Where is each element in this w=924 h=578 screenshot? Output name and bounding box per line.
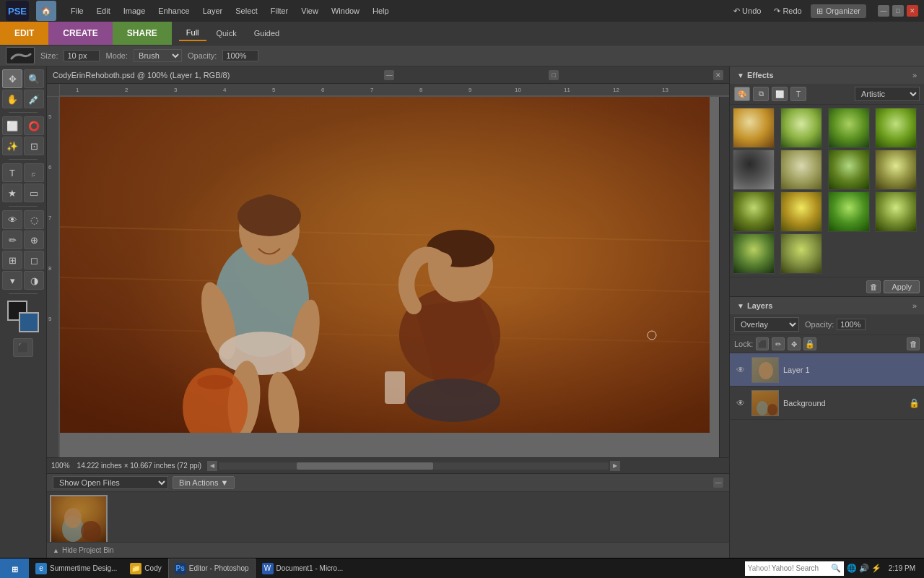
effect-thumb-6[interactable]	[780, 150, 822, 190]
effect-thumb-2[interactable]	[780, 108, 822, 148]
lock-move-button[interactable]: ✥	[788, 337, 801, 350]
background-color[interactable]	[19, 312, 39, 332]
search-icon[interactable]: 🔍	[831, 564, 841, 573]
canvas-close-button[interactable]: ✕	[713, 70, 723, 80]
delete-layer-button[interactable]: 🗑	[907, 337, 920, 350]
magic-wand-tool[interactable]: ✨	[2, 137, 22, 155]
canvas-minimize-button[interactable]: —	[384, 70, 394, 80]
heal-tool[interactable]: ⊞	[2, 251, 22, 269]
transform-tool[interactable]: ⟔	[24, 163, 44, 182]
menu-view[interactable]: View	[295, 4, 324, 18]
bin-thumbnail[interactable]	[50, 495, 108, 544]
move-tool[interactable]: ✥	[2, 69, 22, 88]
brush-tool[interactable]: ✏	[2, 230, 22, 249]
effect-thumb-14[interactable]	[780, 233, 822, 274]
taskbar-item-summertime[interactable]: e Summertime Desig...	[29, 558, 123, 579]
tab-quick[interactable]: Quick	[209, 26, 244, 40]
delete-effect-button[interactable]: 🗑	[866, 280, 881, 293]
size-input[interactable]	[64, 50, 100, 61]
text-tool[interactable]: T	[2, 163, 22, 182]
undo-button[interactable]: ↶ Undo	[729, 5, 765, 17]
home-button[interactable]: 🏠	[36, 1, 56, 21]
crop-tool[interactable]: ⊡	[24, 137, 44, 155]
search-input[interactable]	[772, 564, 829, 572]
menu-layer[interactable]: Layer	[197, 4, 229, 18]
vertical-scrollbar[interactable]	[719, 97, 729, 457]
layers-panel-header[interactable]: ▼ Layers »	[730, 297, 924, 314]
opacity-input[interactable]	[837, 319, 866, 330]
background-visibility-toggle[interactable]: 👁	[734, 397, 747, 410]
taskbar-item-document[interactable]: W Document1 - Micro...	[256, 558, 350, 579]
horizontal-scroll-thumb[interactable]	[297, 462, 433, 470]
tab-full[interactable]: Full	[179, 25, 206, 41]
taskbar-item-cody[interactable]: 📁 Cody	[123, 558, 167, 579]
eraser-tool[interactable]: ◻	[24, 251, 44, 269]
effect-thumb-4[interactable]	[875, 108, 917, 148]
effects-filter-btn[interactable]: 🎨	[734, 87, 750, 101]
bin-actions-button[interactable]: Bin Actions ▼	[173, 476, 235, 489]
tab-guided[interactable]: Guided	[247, 26, 287, 40]
screen-mode-tool[interactable]: ⬛	[13, 338, 33, 357]
effect-thumb-13[interactable]	[733, 233, 775, 274]
zoom-tool[interactable]: 🔍	[24, 69, 44, 88]
layer-1-visibility-toggle[interactable]: 👁	[734, 363, 747, 376]
effects-text-btn[interactable]: T	[790, 87, 806, 101]
menu-window[interactable]: Window	[326, 4, 365, 18]
fill-tool[interactable]: ▾	[2, 271, 22, 290]
effects-style-select[interactable]: Artistic Sketch Texture Brushstrokes	[855, 87, 920, 101]
minimize-button[interactable]: —	[878, 5, 889, 17]
apply-effect-button[interactable]: Apply	[884, 280, 920, 293]
organizer-button[interactable]: ⊞ Organizer	[811, 4, 866, 18]
eyedropper-tool[interactable]: 💉	[24, 90, 44, 108]
project-bin-toggle[interactable]: ▲ Hide Project Bin	[47, 542, 729, 558]
scroll-right-button[interactable]: ▶	[610, 461, 620, 471]
maximize-button[interactable]: □	[892, 5, 904, 17]
effect-thumb-7[interactable]	[828, 150, 870, 190]
edit-mode-button[interactable]: EDIT	[0, 22, 48, 45]
shape-tool[interactable]: ▭	[24, 184, 44, 202]
menu-edit[interactable]: Edit	[91, 4, 116, 18]
effects-panel-header[interactable]: ▼ Effects »	[730, 66, 924, 84]
effects-tool[interactable]: ★	[2, 184, 22, 202]
menu-select[interactable]: Select	[230, 4, 263, 18]
effects-frame-btn[interactable]: ⬜	[772, 87, 788, 101]
scroll-left-button[interactable]: ◀	[207, 461, 217, 471]
bin-minimize-button[interactable]: —	[713, 478, 723, 488]
layer-item-1[interactable]: 👁 Layer 1	[730, 353, 924, 387]
share-mode-button[interactable]: SHARE	[113, 22, 172, 45]
effect-thumb-10[interactable]	[780, 191, 822, 232]
canvas-container[interactable]	[60, 97, 719, 457]
effects-layer-btn[interactable]: ⧉	[753, 87, 769, 101]
lasso-tool[interactable]: ⭕	[24, 116, 44, 135]
effect-thumb-1[interactable]	[733, 108, 775, 148]
effect-thumb-9[interactable]	[733, 191, 775, 232]
taskbar-item-photoshop[interactable]: Ps Editor - Photoshop	[168, 558, 256, 579]
show-files-select[interactable]: Show Open Files Show All Files	[53, 476, 168, 489]
effect-thumb-5[interactable]	[733, 150, 775, 190]
effect-thumb-12[interactable]	[875, 191, 917, 232]
redo-button[interactable]: ↷ Redo	[770, 5, 806, 17]
mode-select[interactable]: Brush Pencil Airbrush	[134, 49, 182, 62]
close-button[interactable]: ✕	[907, 5, 918, 17]
canvas-maximize-button[interactable]: □	[549, 70, 559, 80]
blur-tool[interactable]: ◌	[24, 210, 44, 229]
effect-thumb-3[interactable]	[828, 108, 870, 148]
menu-enhance[interactable]: Enhance	[152, 4, 195, 18]
effect-thumb-8[interactable]	[875, 150, 917, 190]
blend-mode-select[interactable]: Overlay Normal Multiply Screen	[734, 317, 799, 332]
layer-item-background[interactable]: 👁 Background 🔒	[730, 387, 924, 420]
lock-all-button[interactable]: 🔒	[803, 337, 816, 350]
menu-filter[interactable]: Filter	[265, 4, 294, 18]
visibility-tool[interactable]: 👁	[2, 210, 22, 229]
rectangle-select-tool[interactable]: ⬜	[2, 116, 22, 135]
lock-paint-button[interactable]: ✏	[772, 337, 785, 350]
start-button[interactable]: ⊞	[0, 558, 29, 579]
menu-image[interactable]: Image	[118, 4, 152, 18]
hand-tool[interactable]: ✋	[2, 90, 22, 108]
menu-file[interactable]: File	[65, 4, 90, 18]
lock-transparency-button[interactable]: ⬛	[756, 337, 769, 350]
create-mode-button[interactable]: CREATE	[48, 22, 112, 45]
dodge-tool[interactable]: ◑	[24, 271, 44, 290]
menu-help[interactable]: Help	[367, 4, 395, 18]
clone-tool[interactable]: ⊕	[24, 230, 44, 249]
